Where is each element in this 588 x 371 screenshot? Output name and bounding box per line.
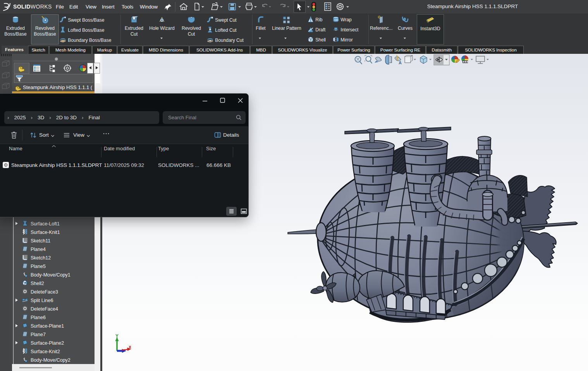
svg-text:GD: GD xyxy=(334,19,339,21)
svg-text:A: A xyxy=(399,60,402,65)
